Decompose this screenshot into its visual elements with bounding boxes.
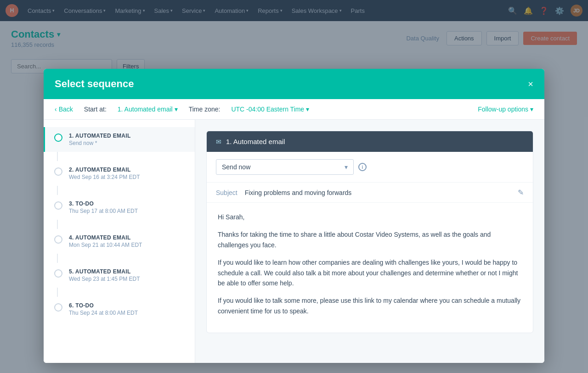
send-icon: ✉ xyxy=(216,138,221,145)
chevron-left-icon: ‹ xyxy=(55,106,57,113)
modal-body: 1. AUTOMATED EMAIL Send now * 2. AUTOMAT… xyxy=(44,120,544,363)
email-body-paragraph: If you would like to learn how other com… xyxy=(218,257,522,288)
seq-item-info: 4. AUTOMATED EMAIL Mon Sep 21 at 10:44 A… xyxy=(69,234,186,248)
back-link[interactable]: ‹ Back xyxy=(55,106,73,113)
edit-icon[interactable]: ✎ xyxy=(518,188,524,197)
seq-divider xyxy=(57,288,58,297)
seq-radio xyxy=(54,134,62,142)
seq-list-item-6[interactable]: 6. TO-DO Thu Sep 24 at 8:00 AM EDT xyxy=(44,297,195,322)
chevron-down-icon: ▾ xyxy=(530,106,533,113)
seq-divider xyxy=(57,220,58,229)
start-at-dropdown[interactable]: 1. Automated email ▾ xyxy=(118,106,178,113)
content-area: ✉ 1. Automated email Send now ▾ i Subjec… xyxy=(195,120,544,363)
seq-radio xyxy=(54,269,62,278)
info-icon[interactable]: i xyxy=(358,163,367,171)
seq-list-item-4[interactable]: 4. AUTOMATED EMAIL Mon Sep 21 at 10:44 A… xyxy=(44,229,195,254)
email-card: ✉ 1. Automated email Send now ▾ i Subjec… xyxy=(206,131,533,333)
email-card-header: ✉ 1. Automated email xyxy=(207,131,533,152)
email-body-paragraph: Hi Sarah, xyxy=(218,212,522,222)
sequence-list: 1. AUTOMATED EMAIL Send now * 2. AUTOMAT… xyxy=(44,120,195,363)
email-body-paragraph: If you would like to talk some more, ple… xyxy=(218,295,522,316)
seq-list-item-2[interactable]: 2. AUTOMATED EMAIL Wed Sep 16 at 3:24 PM… xyxy=(44,161,195,186)
seq-list-item-5[interactable]: 5. AUTOMATED EMAIL Wed Sep 23 at 1:45 PM… xyxy=(44,263,195,288)
seq-radio xyxy=(54,201,62,210)
email-card-title: 1. Automated email xyxy=(226,138,285,145)
follow-up-options-link[interactable]: Follow-up options ▾ xyxy=(478,106,533,113)
timezone-dropdown[interactable]: UTC -04:00 Eastern Time ▾ xyxy=(231,106,309,113)
send-row: Send now ▾ i xyxy=(207,152,533,182)
seq-item-subtitle: Send now * xyxy=(69,140,186,146)
seq-divider xyxy=(57,152,58,161)
chevron-down-icon: ▾ xyxy=(306,106,309,113)
seq-item-title: 2. AUTOMATED EMAIL xyxy=(69,167,186,173)
seq-radio xyxy=(54,235,62,244)
modal-subheader: ‹ Back Start at: 1. Automated email ▾ Ti… xyxy=(44,99,544,120)
seq-item-subtitle: Thu Sep 17 at 8:00 AM EDT xyxy=(69,208,186,214)
email-body: Hi Sarah,Thanks for taking the time to s… xyxy=(207,203,533,333)
subject-label: Subject xyxy=(216,189,237,196)
select-sequence-modal: Select sequence × ‹ Back Start at: 1. Au… xyxy=(44,69,544,363)
close-button[interactable]: × xyxy=(528,79,533,89)
seq-item-subtitle: Wed Sep 16 at 3:24 PM EDT xyxy=(69,174,186,180)
seq-item-title: 6. TO-DO xyxy=(69,302,186,309)
seq-item-info: 5. AUTOMATED EMAIL Wed Sep 23 at 1:45 PM… xyxy=(69,268,186,282)
seq-item-info: 2. AUTOMATED EMAIL Wed Sep 16 at 3:24 PM… xyxy=(69,167,186,180)
seq-radio xyxy=(54,167,62,176)
seq-item-info: 1. AUTOMATED EMAIL Send now * xyxy=(69,133,186,146)
chevron-down-icon: ▾ xyxy=(345,163,348,171)
seq-item-title: 1. AUTOMATED EMAIL xyxy=(69,133,186,139)
send-now-label: Send now xyxy=(222,163,345,171)
chevron-down-icon: ▾ xyxy=(175,106,178,113)
seq-list-item-1[interactable]: 1. AUTOMATED EMAIL Send now * xyxy=(44,127,195,152)
send-now-dropdown[interactable]: Send now ▾ xyxy=(216,159,354,175)
seq-item-title: 5. AUTOMATED EMAIL xyxy=(69,268,186,275)
start-at-label: Start at: xyxy=(84,106,107,113)
seq-item-title: 3. TO-DO xyxy=(69,200,186,207)
email-body-paragraph: Thanks for taking the time to share a li… xyxy=(218,229,522,250)
subject-row: Subject ✎ xyxy=(207,182,533,203)
seq-item-subtitle: Thu Sep 24 at 8:00 AM EDT xyxy=(69,310,186,316)
seq-radio xyxy=(54,303,62,312)
seq-item-subtitle: Mon Sep 21 at 10:44 AM EDT xyxy=(69,242,186,248)
seq-list-item-3[interactable]: 3. TO-DO Thu Sep 17 at 8:00 AM EDT xyxy=(44,195,195,220)
modal-title: Select sequence xyxy=(55,78,134,90)
seq-divider xyxy=(57,186,58,195)
seq-item-subtitle: Wed Sep 23 at 1:45 PM EDT xyxy=(69,276,186,282)
seq-divider xyxy=(57,254,58,263)
modal-header: Select sequence × xyxy=(44,69,544,99)
timezone-label: Time zone: xyxy=(189,106,220,113)
seq-item-title: 4. AUTOMATED EMAIL xyxy=(69,234,186,241)
seq-item-info: 6. TO-DO Thu Sep 24 at 8:00 AM EDT xyxy=(69,302,186,316)
seq-item-info: 3. TO-DO Thu Sep 17 at 8:00 AM EDT xyxy=(69,200,186,214)
subject-input[interactable] xyxy=(245,189,510,196)
